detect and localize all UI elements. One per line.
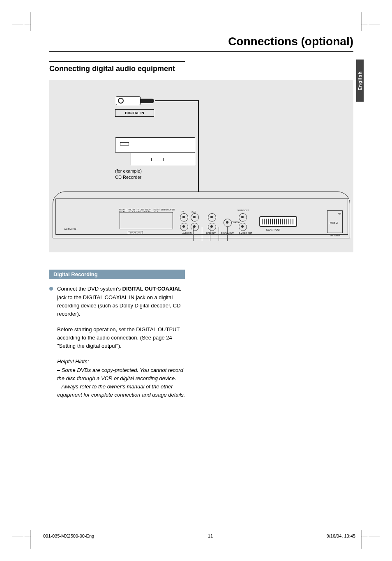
audio-in-label: AUDIO IN <box>182 232 191 234</box>
scart-label: SCART OUT <box>266 229 281 231</box>
aux-label: AUX <box>191 210 196 213</box>
connection-diagram: DIGITAL IN (for example) CD Recorder AC … <box>49 80 353 252</box>
video-out-label: VIDEO OUT <box>238 209 249 212</box>
line-out-jacks <box>208 223 216 231</box>
page-title: Connections (optional) <box>49 35 353 48</box>
text-bold: DIGITAL OUT-COAXIAL <box>122 286 182 292</box>
paragraph: Before starting operation, set the DIGIT… <box>49 326 189 350</box>
title-rule <box>49 51 353 52</box>
cd-recorder-icon <box>115 137 195 166</box>
svideo-label: S-VIDEO OUT <box>239 232 252 234</box>
audio-jacks <box>180 213 199 222</box>
svideo-jack <box>239 223 247 231</box>
audio-jacks <box>180 223 199 231</box>
hints-block: Helpful Hints: – Some DVDs are copy-prot… <box>49 358 189 399</box>
paragraph: Connect the DVD system's DIGITAL OUT-COA… <box>57 285 189 318</box>
fm-label: FM (75 Ω) <box>329 222 341 224</box>
footer-page: 11 <box>208 533 213 538</box>
am-label: AM <box>338 212 341 215</box>
speakers-badge: SPEAKERS <box>128 231 143 234</box>
cd-recorder-label: (for example) CD Recorder <box>115 168 142 180</box>
antenna-label: ANTENNA <box>330 234 340 237</box>
hints-title: Helpful Hints: <box>57 358 189 366</box>
text: Connect the DVD system's <box>57 286 122 292</box>
footer: 001-035-MX2500-00-Eng 11 9/16/04, 10:45 <box>43 533 355 538</box>
cable-line <box>155 100 199 101</box>
body-text: Connect the DVD system's DIGITAL OUT-COA… <box>49 285 189 399</box>
example-text: (for example) <box>115 169 142 173</box>
speaker-terminals <box>120 212 173 229</box>
hint-item: – Some DVDs are copy-protected. You cann… <box>57 366 189 383</box>
bullet-icon <box>49 287 53 291</box>
antenna-terminals: AM FM (75 Ω) <box>327 210 343 233</box>
dvd-rear-panel: AC MAINS~ FRONT FRONT FRONT REAR REAR SU… <box>53 192 350 238</box>
coaxial-plug-icon <box>116 96 141 107</box>
ac-mains-label: AC MAINS~ <box>64 228 78 230</box>
tv-label: TV <box>181 210 184 213</box>
digital-out-jack <box>224 219 232 227</box>
footer-timestamp: 9/16/04, 10:45 <box>327 533 355 538</box>
section-heading: Connecting digital audio equipment <box>49 64 185 74</box>
cable-label: DIGITAL IN <box>115 109 154 117</box>
example-text: CD Recorder <box>115 175 141 180</box>
sub-heading: Digital Recording <box>49 270 185 279</box>
section-heading-wrap: Connecting digital audio equipment <box>49 61 185 74</box>
line-out-jacks <box>208 213 216 222</box>
footer-filename: 001-035-MX2500-00-Eng <box>43 533 94 538</box>
text: jack to the DIGITAL COAXIAL IN jack on a… <box>57 294 181 317</box>
language-tab: English <box>356 60 364 102</box>
scart-connector <box>259 216 297 227</box>
digital-out-label: DIGITAL OUT <box>221 232 234 234</box>
line-out-label: LINE OUT <box>206 232 216 234</box>
hint-item: – Always refer to the owner's manual of … <box>57 383 189 399</box>
cable-line <box>198 100 199 203</box>
video-out-jack <box>239 213 247 222</box>
